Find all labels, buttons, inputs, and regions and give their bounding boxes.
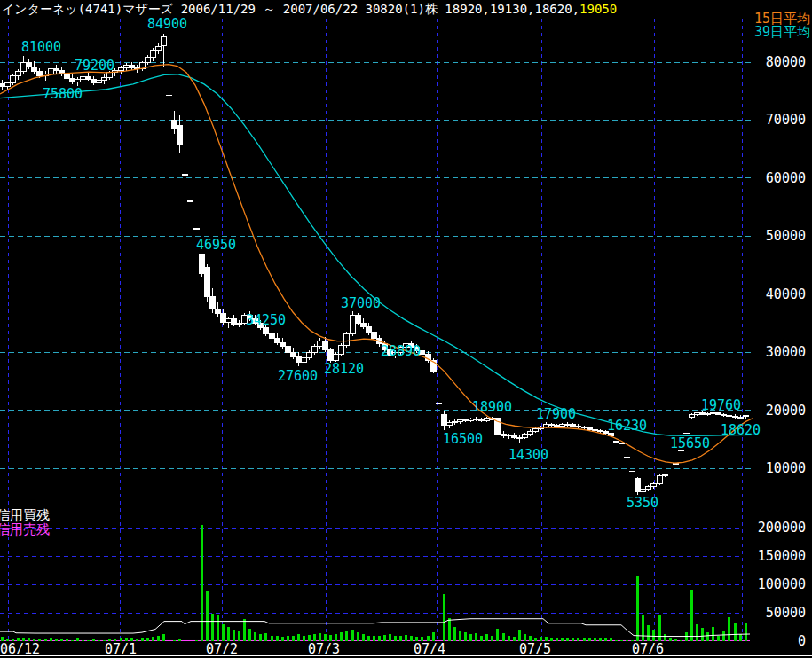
volume-bar — [680, 640, 682, 641]
volume-bar — [448, 618, 451, 641]
volume-bar — [259, 634, 262, 641]
volume-bar — [276, 636, 279, 641]
candle-body — [225, 318, 231, 322]
volume-bar — [459, 631, 461, 641]
candle-body — [11, 76, 16, 83]
volume-bar — [405, 635, 407, 641]
volume-bar — [443, 594, 445, 641]
volume-bar — [227, 627, 230, 641]
x-axis-label: 07/5 — [519, 641, 551, 657]
candle-body — [516, 437, 522, 438]
price-annotation: 16500 — [443, 431, 483, 447]
candle-body — [371, 333, 376, 339]
volume-bar — [485, 634, 488, 641]
ma15-line — [0, 65, 753, 463]
candle-body — [581, 427, 587, 428]
price-annotation: 18900 — [472, 399, 512, 415]
volume-bar — [599, 638, 602, 641]
volume-bar — [469, 634, 472, 641]
candle-body — [360, 323, 366, 326]
candle-body — [237, 323, 242, 324]
candle-body — [37, 71, 43, 75]
volume-bar — [378, 636, 381, 641]
credit-legend: 信用買残信用売残 — [0, 507, 50, 537]
volume-bar — [674, 639, 677, 641]
x-axis-label: 07/4 — [414, 641, 445, 657]
volume-bar — [55, 639, 58, 641]
volume-bar — [626, 640, 628, 641]
candle-body — [344, 333, 350, 345]
volume-bar — [303, 636, 305, 641]
volume-bar — [340, 632, 343, 641]
volume-tick-label: 150000 — [758, 548, 806, 564]
volume-bar — [669, 638, 672, 641]
ma39-line — [0, 74, 754, 436]
candle-body — [220, 314, 225, 322]
candle-body — [721, 414, 727, 415]
volume-bar — [98, 640, 100, 641]
price-annotation: 19760 — [701, 397, 741, 413]
volume-bar — [572, 638, 574, 641]
price-tick-label: 40000 — [766, 286, 806, 302]
price-tick-label: 10000 — [766, 460, 806, 476]
candle-body — [576, 426, 581, 427]
candle-body — [64, 74, 69, 78]
volume-bar — [475, 633, 477, 641]
candle-body — [285, 347, 290, 353]
candle-body — [511, 435, 516, 437]
volume-bar — [141, 638, 144, 641]
volume-bar — [652, 630, 655, 641]
volume-bar — [453, 627, 456, 641]
volume-bar — [647, 625, 650, 641]
volume-bar — [513, 637, 516, 641]
candle-body — [69, 78, 75, 82]
candle-body — [646, 486, 651, 489]
candle-body — [446, 422, 452, 425]
volume-axis-labels: 200000150000100000500000 — [758, 520, 806, 649]
volume-bar — [157, 636, 160, 641]
volume-bar — [308, 635, 311, 641]
candle-body — [662, 474, 667, 475]
price-tick-label: 30000 — [766, 344, 806, 360]
volume-tick-label: 200000 — [758, 520, 806, 536]
candle-body — [695, 413, 700, 415]
candle-body — [689, 415, 694, 418]
price-annotation: 28890 — [381, 343, 421, 359]
price-tick-label: 50000 — [766, 228, 806, 244]
volume-bar — [556, 638, 558, 641]
candle-body — [452, 421, 457, 422]
volume-bar — [508, 636, 510, 641]
price-tick-label: 60000 — [766, 170, 806, 186]
candle-body — [172, 120, 177, 129]
candle-body — [32, 67, 37, 71]
x-axis-label: 07/1 — [105, 641, 137, 657]
candle-body — [97, 81, 102, 83]
candle-body — [312, 347, 318, 353]
candle-body — [506, 435, 511, 435]
volume-bar — [594, 638, 596, 641]
volume-bar — [734, 623, 737, 641]
volume-bar — [254, 632, 256, 641]
candle-body — [318, 341, 323, 347]
candle-body — [350, 315, 355, 333]
margin-sell-label: 信用売残 — [0, 521, 50, 537]
price-annotation: 28120 — [324, 361, 364, 377]
candle-body — [145, 58, 150, 62]
price-annotation: 84900 — [147, 16, 187, 32]
candle-body — [0, 84, 5, 87]
volume-bar — [92, 639, 95, 641]
volume-bar — [588, 638, 591, 641]
candle-body — [651, 484, 657, 487]
candle-body — [479, 419, 485, 420]
candle-body — [441, 415, 446, 426]
candle-body — [737, 417, 743, 418]
volume-tick-label: 0 — [798, 633, 806, 649]
candle-body — [549, 424, 555, 425]
candle-body — [81, 76, 86, 79]
volume-bar — [518, 630, 521, 641]
volume-bar — [313, 634, 316, 641]
volume-bar — [243, 619, 246, 641]
candle-body — [457, 420, 462, 421]
volume-bar — [615, 640, 618, 641]
candle-body — [75, 80, 80, 82]
